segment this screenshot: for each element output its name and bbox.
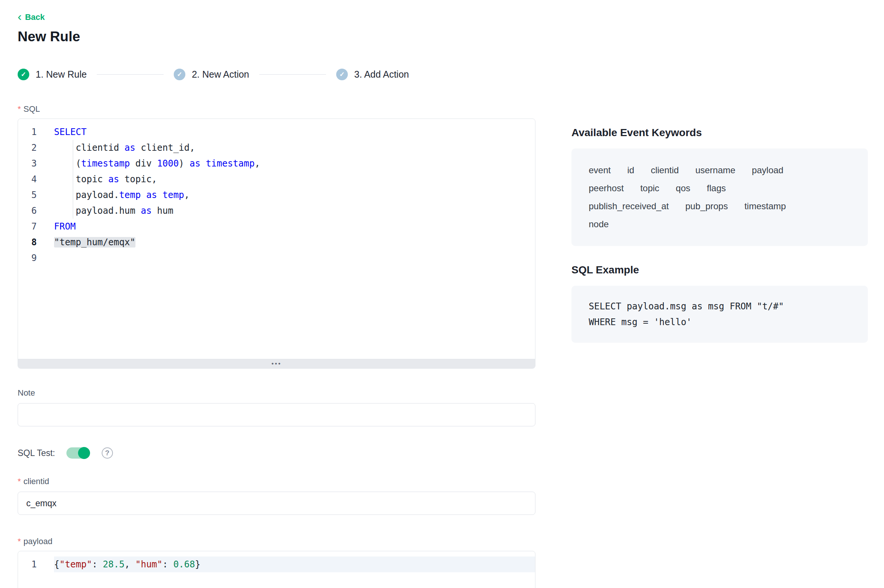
code-token: temp	[162, 190, 184, 200]
page-title: New Rule	[18, 28, 535, 45]
code-token: client_id,	[135, 142, 195, 153]
sql-example-title: SQL Example	[571, 264, 868, 276]
resize-dots-icon: •••	[272, 362, 282, 366]
indent-guide	[73, 140, 73, 156]
step-check-icon: ✓	[336, 69, 348, 80]
line-number: 3	[18, 156, 37, 171]
step-check-icon: ✓	[174, 69, 185, 80]
code-line: payload.hum as hum	[54, 203, 535, 219]
line-number: 9	[18, 250, 37, 266]
sql-code-area[interactable]: 123456789SELECT clientid as client_id, (…	[18, 119, 535, 359]
step-item[interactable]: ✓1. New Rule	[18, 69, 87, 80]
code-content[interactable]: {"temp": 28.5, "hum": 0.68}	[43, 551, 535, 588]
clientid-label-text: clientid	[24, 477, 49, 486]
note-field-label: Note	[18, 388, 535, 398]
clientid-field-label: * clientid	[18, 477, 535, 486]
code-token: 28.5	[103, 559, 125, 570]
code-token: timestamp	[206, 158, 255, 169]
line-number: 5	[18, 187, 37, 203]
sql-label-text: SQL	[24, 104, 40, 114]
indent-guide	[73, 203, 73, 219]
code-token: as	[125, 142, 135, 153]
code-token: div	[130, 158, 157, 169]
event-keyword: event	[589, 161, 611, 179]
step-label: 3. Add Action	[354, 69, 409, 80]
sql-example-line: WHERE msg = 'hello'	[589, 314, 851, 330]
note-input[interactable]	[18, 403, 535, 426]
editor-resize-handle[interactable]: •••	[18, 359, 535, 368]
keyword-row: eventidclientidusernamepayload	[589, 161, 851, 179]
step-item[interactable]: ✓3. Add Action	[336, 69, 409, 80]
code-content[interactable]: SELECT clientid as client_id, (timestamp…	[43, 119, 535, 359]
keyword-row: publish_received_atpub_propstimestamp	[589, 197, 851, 215]
required-asterisk: *	[18, 104, 21, 114]
payload-editor[interactable]: 1{"temp": 28.5, "hum": 0.68}	[18, 551, 535, 588]
code-token	[200, 158, 206, 169]
code-token: :	[162, 559, 173, 570]
indent-guide	[73, 156, 73, 171]
main-column: ‹ Back New Rule ✓1. New Rule✓2. New Acti…	[18, 12, 535, 588]
code-token: as	[146, 190, 157, 200]
back-label: Back	[25, 12, 45, 22]
keyword-row: peerhosttopicqosflags	[589, 179, 851, 197]
code-token: SELECT	[54, 127, 87, 137]
code-line: (timestamp div 1000) as timestamp,	[54, 156, 535, 171]
code-line: clientid as client_id,	[54, 140, 535, 156]
code-token: "temp"	[59, 559, 92, 570]
code-token: :	[92, 559, 103, 570]
line-number: 4	[18, 171, 37, 187]
code-token: payload.hum	[54, 206, 141, 216]
clientid-input[interactable]	[18, 492, 535, 515]
note-label-text: Note	[18, 388, 35, 398]
code-token: {	[54, 559, 59, 570]
payload-field-label: * payload	[18, 537, 535, 546]
required-asterisk: *	[18, 477, 21, 486]
payload-code-area[interactable]: 1{"temp": 28.5, "hum": 0.68}	[18, 551, 535, 588]
code-line: SELECT	[54, 124, 535, 140]
help-icon[interactable]: ?	[102, 447, 113, 459]
code-line: "temp_hum/emqx"	[54, 234, 535, 250]
line-number: 7	[18, 219, 37, 234]
back-link[interactable]: ‹ Back	[18, 12, 45, 22]
back-chevron-icon: ‹	[18, 12, 22, 21]
line-number-gutter: 123456789	[18, 119, 43, 359]
step-item[interactable]: ✓2. New Action	[174, 69, 249, 80]
keywords-panel: eventidclientidusernamepayloadpeerhostto…	[571, 148, 868, 246]
code-token: temp	[119, 190, 141, 200]
event-keyword: qos	[676, 179, 690, 197]
line-number: 2	[18, 140, 37, 156]
help-panel: Available Event Keywords eventidclientid…	[571, 127, 868, 343]
keywords-title: Available Event Keywords	[571, 127, 868, 139]
payload-label-text: payload	[24, 537, 53, 546]
event-keyword: peerhost	[589, 179, 624, 197]
sql-test-label: SQL Test:	[18, 448, 55, 458]
code-line: {"temp": 28.5, "hum": 0.68}	[54, 556, 535, 572]
event-keyword: username	[695, 161, 735, 179]
code-token: 0.68	[173, 559, 195, 570]
line-number: 1	[18, 124, 37, 140]
code-token: timestamp	[81, 158, 130, 169]
code-token: 1000	[157, 158, 179, 169]
event-keyword: id	[627, 161, 634, 179]
sql-field-label: * SQL	[18, 104, 535, 114]
sql-editor[interactable]: 123456789SELECT clientid as client_id, (…	[18, 118, 535, 369]
line-number-gutter: 1	[18, 551, 43, 588]
code-token: clientid	[54, 142, 125, 153]
step-check-icon: ✓	[18, 69, 29, 80]
code-token: topic,	[119, 174, 157, 184]
code-token: ,	[184, 190, 189, 200]
step-divider	[259, 74, 326, 75]
event-keyword: flags	[707, 179, 726, 197]
code-token: FROM	[54, 221, 76, 232]
keyword-row: node	[589, 215, 851, 233]
sql-example-panel: SELECT payload.msg as msg FROM "t/#"WHER…	[571, 286, 868, 343]
event-keyword: clientid	[651, 161, 679, 179]
code-token: payload.	[54, 190, 119, 200]
step-label: 2. New Action	[192, 69, 249, 80]
event-keyword: pub_props	[685, 197, 728, 215]
code-token: as	[189, 158, 200, 169]
indent-guide	[73, 171, 73, 187]
sql-test-toggle[interactable]	[66, 447, 90, 459]
code-token: }	[195, 559, 200, 570]
line-number: 1	[18, 556, 37, 572]
